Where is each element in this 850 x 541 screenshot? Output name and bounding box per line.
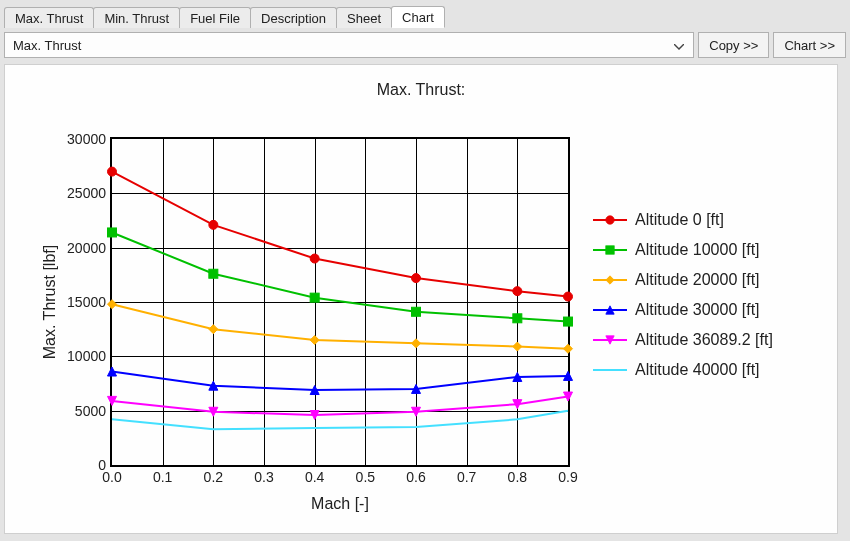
legend-item: Altitude 0 [ft] xyxy=(593,205,773,235)
chart-series xyxy=(112,139,568,465)
chart-panel: Max. Thrust: Max. Thrust [lbf] 0.00.10.2… xyxy=(4,64,838,534)
legend-item: Altitude 10000 [ft] xyxy=(593,235,773,265)
legend-swatch xyxy=(593,333,627,347)
svg-marker-14 xyxy=(310,336,319,345)
legend-label: Altitude 10000 [ft] xyxy=(635,241,760,259)
series-dropdown[interactable]: Max. Thrust xyxy=(4,32,694,58)
chart-title: Max. Thrust: xyxy=(5,81,837,99)
tab-sheet[interactable]: Sheet xyxy=(336,7,392,28)
y-tick-label: 30000 xyxy=(51,131,112,147)
y-tick-label: 0 xyxy=(51,457,112,473)
svg-point-0 xyxy=(108,167,117,176)
legend-label: Altitude 40000 [ft] xyxy=(635,361,760,379)
legend-item: Altitude 20000 [ft] xyxy=(593,265,773,295)
svg-point-5 xyxy=(564,292,573,301)
svg-rect-31 xyxy=(606,246,614,254)
x-tick-label: 0.3 xyxy=(254,465,273,485)
legend-item: Altitude 30000 [ft] xyxy=(593,295,773,325)
legend-swatch xyxy=(593,303,627,317)
legend-label: Altitude 30000 [ft] xyxy=(635,301,760,319)
svg-marker-17 xyxy=(564,344,573,353)
y-tick-label: 5000 xyxy=(51,403,112,419)
tab-fuel-file[interactable]: Fuel File xyxy=(179,7,251,28)
y-tick-label: 25000 xyxy=(51,185,112,201)
y-tick-label: 15000 xyxy=(51,294,112,310)
svg-rect-11 xyxy=(564,317,573,326)
tab-strip: Max. Thrust Min. Thrust Fuel File Descri… xyxy=(4,4,846,28)
svg-point-2 xyxy=(310,254,319,263)
y-tick-label: 10000 xyxy=(51,348,112,364)
legend-swatch xyxy=(593,273,627,287)
toolbar: Max. Thrust Copy >> Chart >> xyxy=(4,32,846,58)
svg-point-4 xyxy=(513,287,522,296)
chevron-down-icon xyxy=(669,38,689,53)
svg-marker-16 xyxy=(513,342,522,351)
x-tick-label: 0.8 xyxy=(508,465,527,485)
tab-max-thrust[interactable]: Max. Thrust xyxy=(4,7,94,28)
tab-description[interactable]: Description xyxy=(250,7,337,28)
svg-rect-9 xyxy=(412,307,421,316)
x-tick-label: 0.5 xyxy=(356,465,375,485)
svg-marker-32 xyxy=(606,276,614,284)
x-tick-label: 0.7 xyxy=(457,465,476,485)
svg-marker-34 xyxy=(606,336,614,344)
x-tick-label: 0.4 xyxy=(305,465,324,485)
svg-marker-33 xyxy=(606,306,614,314)
svg-marker-15 xyxy=(412,339,421,348)
tab-chart[interactable]: Chart xyxy=(391,6,445,28)
legend: Altitude 0 [ft]Altitude 10000 [ft]Altitu… xyxy=(593,205,773,385)
svg-point-3 xyxy=(412,274,421,283)
svg-rect-6 xyxy=(108,228,117,237)
svg-rect-7 xyxy=(209,269,218,278)
tab-min-thrust[interactable]: Min. Thrust xyxy=(93,7,180,28)
svg-marker-13 xyxy=(209,325,218,334)
x-tick-label: 0.6 xyxy=(406,465,425,485)
legend-item: Altitude 40000 [ft] xyxy=(593,355,773,385)
x-tick-label: 0.9 xyxy=(558,465,577,485)
svg-rect-10 xyxy=(513,314,522,323)
x-axis-label: Mach [-] xyxy=(110,495,570,513)
x-tick-label: 0.2 xyxy=(204,465,223,485)
legend-item: Altitude 36089.2 [ft] xyxy=(593,325,773,355)
dropdown-value: Max. Thrust xyxy=(13,38,81,53)
plot-area: 0.00.10.20.30.40.50.60.70.80.90500010000… xyxy=(110,137,570,467)
x-tick-label: 0.1 xyxy=(153,465,172,485)
legend-swatch xyxy=(593,213,627,227)
legend-swatch xyxy=(593,363,627,377)
chart-button[interactable]: Chart >> xyxy=(773,32,846,58)
legend-swatch xyxy=(593,243,627,257)
legend-label: Altitude 36089.2 [ft] xyxy=(635,331,773,349)
y-tick-label: 20000 xyxy=(51,240,112,256)
legend-label: Altitude 0 [ft] xyxy=(635,211,724,229)
svg-rect-8 xyxy=(310,293,319,302)
copy-button[interactable]: Copy >> xyxy=(698,32,769,58)
svg-point-30 xyxy=(606,216,614,224)
legend-label: Altitude 20000 [ft] xyxy=(635,271,760,289)
svg-point-1 xyxy=(209,220,218,229)
